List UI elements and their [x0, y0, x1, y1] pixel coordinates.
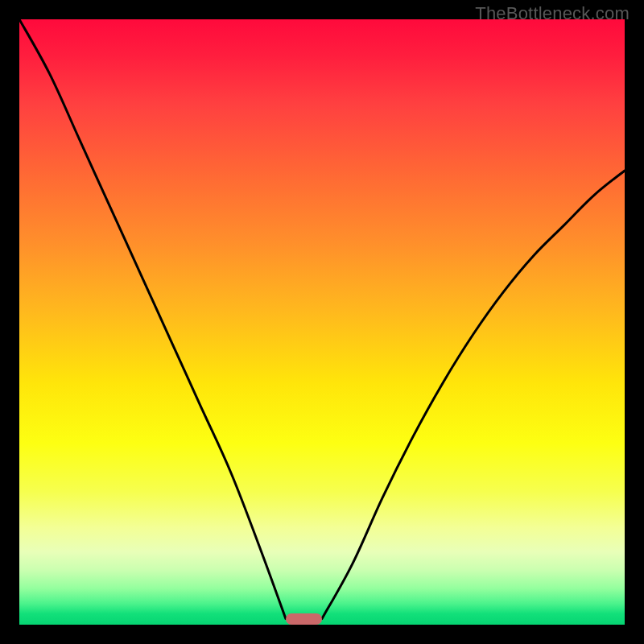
bottleneck-minimum-marker — [286, 613, 322, 625]
plot-area — [19, 19, 625, 625]
marker-layer — [19, 19, 625, 625]
chart-frame: TheBottleneck.com — [0, 0, 644, 644]
